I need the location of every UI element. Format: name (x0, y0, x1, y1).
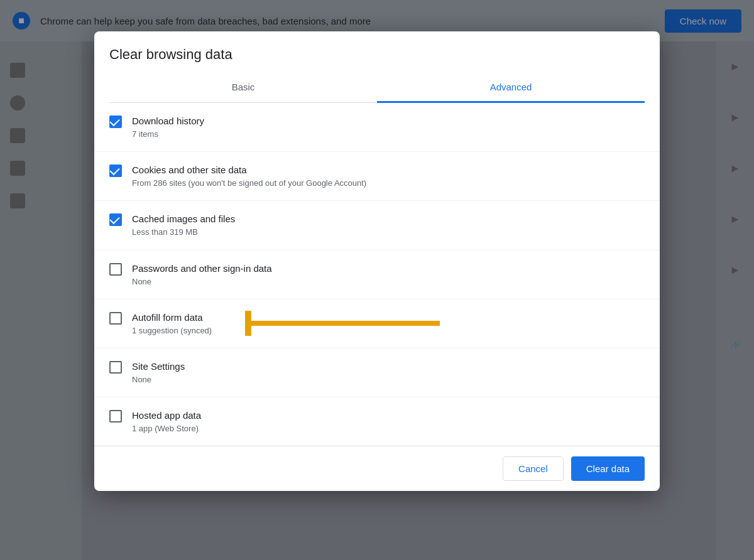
item-subtitle-download-history: 7 items (132, 129, 645, 140)
dialog-footer: Cancel Clear data (94, 446, 660, 491)
list-item-cached: Cached images and files Less than 319 MB (94, 201, 660, 250)
cancel-button[interactable]: Cancel (503, 456, 564, 481)
item-text-download-history: Download history 7 items (132, 114, 645, 140)
clear-browsing-data-dialog: Clear browsing data Basic Advanced Downl… (94, 31, 660, 491)
item-title-hosted-app: Hosted app data (132, 409, 645, 422)
list-item-autofill: Autofill form data 1 suggestion (synced) (94, 299, 660, 348)
list-item-passwords: Passwords and other sign-in data None (94, 250, 660, 299)
list-item-hosted-app: Hosted app data 1 app (Web Store) (94, 397, 660, 446)
checkbox-cookies[interactable] (109, 164, 122, 177)
item-title-cookies: Cookies and other site data (132, 163, 645, 176)
checkbox-cached[interactable] (109, 213, 122, 226)
item-title-download-history: Download history (132, 114, 645, 127)
dialog-header: Clear browsing data Basic Advanced (94, 31, 660, 103)
dialog-content[interactable]: Download history 7 items Cookies and oth… (94, 103, 660, 446)
item-text-cookies: Cookies and other site data From 286 sit… (132, 163, 645, 189)
item-title-passwords: Passwords and other sign-in data (132, 262, 645, 275)
item-subtitle-cached: Less than 319 MB (132, 227, 645, 238)
tab-basic[interactable]: Basic (109, 73, 377, 103)
item-subtitle-passwords: None (132, 276, 645, 288)
tab-advanced[interactable]: Advanced (377, 73, 645, 103)
item-subtitle-site-settings: None (132, 374, 645, 385)
dialog-title: Clear browsing data (109, 46, 645, 63)
item-text-cached: Cached images and files Less than 319 MB (132, 212, 645, 238)
item-text-site-settings: Site Settings None (132, 360, 645, 385)
list-item-download-history: Download history 7 items (94, 103, 660, 152)
item-title-autofill: Autofill form data (132, 311, 645, 324)
item-text-passwords: Passwords and other sign-in data None (132, 262, 645, 288)
item-text-hosted-app: Hosted app data 1 app (Web Store) (132, 409, 645, 434)
item-subtitle-autofill: 1 suggestion (synced) (132, 325, 645, 337)
checkbox-site-settings[interactable] (109, 361, 122, 374)
checkbox-passwords[interactable] (109, 263, 122, 276)
dialog-tabs: Basic Advanced (109, 73, 645, 103)
list-item-site-settings: Site Settings None (94, 348, 660, 397)
item-subtitle-hosted-app: 1 app (Web Store) (132, 423, 645, 434)
clear-data-button[interactable]: Clear data (571, 456, 645, 481)
item-subtitle-cookies: From 286 sites (you won't be signed out … (132, 178, 645, 189)
checkbox-autofill[interactable] (109, 312, 122, 325)
list-item-cookies: Cookies and other site data From 286 sit… (94, 152, 660, 201)
checkbox-hosted-app[interactable] (109, 410, 122, 423)
checkbox-download-history[interactable] (109, 116, 122, 128)
item-title-site-settings: Site Settings (132, 360, 645, 373)
item-text-autofill: Autofill form data 1 suggestion (synced) (132, 311, 645, 337)
item-title-cached: Cached images and files (132, 212, 645, 225)
